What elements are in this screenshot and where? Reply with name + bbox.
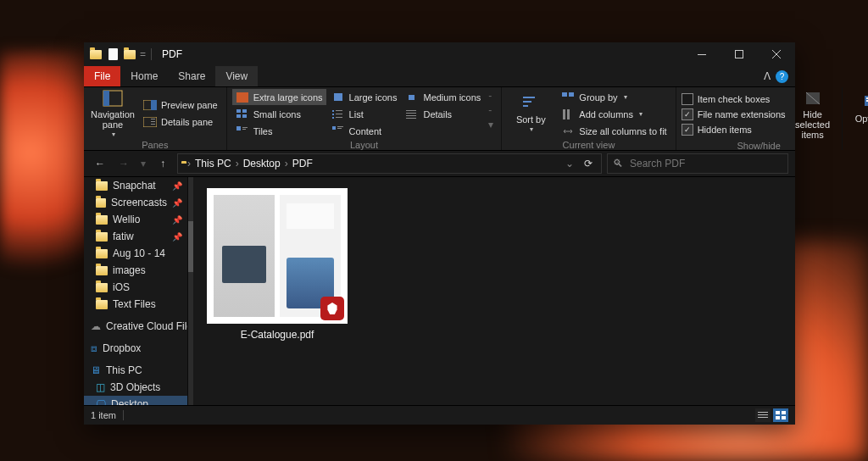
pin-icon: 📌: [172, 215, 182, 225]
add-columns-button[interactable]: Add columns▾: [558, 106, 670, 122]
close-button[interactable]: [758, 42, 795, 66]
window-title: PDF: [162, 48, 182, 60]
details-pane-button[interactable]: Details pane: [140, 114, 221, 131]
tab-file[interactable]: File: [84, 66, 120, 86]
folder-icon: [96, 215, 108, 225]
layout-extra-large[interactable]: Extra large icons: [232, 89, 326, 105]
crumb-this-pc[interactable]: This PC: [195, 158, 231, 169]
search-input[interactable]: [628, 157, 782, 170]
group-by-button[interactable]: Group by▾: [558, 89, 670, 105]
sort-by-button[interactable]: Sort by▾: [507, 89, 554, 139]
maximize-button[interactable]: [721, 42, 758, 66]
item-checkboxes-toggle[interactable]: Item check boxes: [682, 92, 786, 107]
group-label-layout: Layout: [232, 139, 497, 152]
chevron-down-icon[interactable]: ⌄: [565, 158, 574, 169]
file-extensions-toggle[interactable]: ✓File name extensions: [682, 108, 786, 122]
sidebar-item-this-pc[interactable]: 🖥This PC: [84, 362, 187, 379]
status-item-count: 1 item: [91, 410, 116, 420]
crumb-pdf[interactable]: PDF: [292, 158, 313, 169]
sidebar-item-textfiles[interactable]: Text Files: [84, 296, 187, 313]
sidebar-item-creative-cloud[interactable]: ☁Creative Cloud Files: [84, 318, 187, 335]
folder-icon: [123, 47, 136, 61]
hide-icon: [802, 89, 824, 108]
layout-content[interactable]: Content: [328, 123, 401, 139]
back-button[interactable]: ←: [91, 154, 109, 173]
refresh-button[interactable]: ⟳: [579, 154, 598, 173]
svg-rect-5: [151, 100, 157, 110]
sidebar-item-images[interactable]: images: [84, 262, 187, 279]
breadcrumb[interactable]: › This PC › Desktop › PDF ⌄ ⟳: [177, 153, 602, 174]
forward-button[interactable]: →: [114, 154, 133, 173]
pin-icon: 📌: [172, 198, 182, 208]
pdf-icon: [320, 297, 344, 320]
layout-details[interactable]: Details: [402, 106, 484, 122]
svg-rect-7: [151, 119, 155, 119]
details-icon: [405, 108, 419, 120]
hidden-items-toggle[interactable]: ✓Hidden items: [682, 123, 786, 137]
cloud-icon: ☁: [91, 320, 101, 332]
ribbon-collapse-icon[interactable]: ᐱ: [764, 70, 771, 82]
layout-small[interactable]: Small icons: [232, 106, 326, 122]
tab-share[interactable]: Share: [168, 66, 215, 86]
status-bar: 1 item: [84, 405, 795, 425]
svg-rect-0: [698, 54, 706, 55]
layout-large[interactable]: Large icons: [328, 89, 401, 105]
navigation-sidebar: Snapchat📌 Screencasts📌 Wellio📌 fatiw📌 Au…: [84, 177, 188, 405]
svg-rect-21: [332, 114, 334, 115]
sidebar-item-snapchat[interactable]: Snapchat📌: [84, 177, 187, 194]
svg-rect-23: [332, 117, 334, 119]
navigation-pane-icon: [102, 89, 124, 108]
svg-rect-25: [332, 126, 336, 130]
tab-home[interactable]: Home: [120, 66, 168, 86]
size-columns-button[interactable]: Size all columns to fit: [558, 123, 670, 139]
group-icon: [561, 92, 575, 103]
svg-rect-31: [406, 115, 416, 116]
svg-rect-12: [242, 109, 247, 113]
crumb-desktop[interactable]: Desktop: [243, 158, 281, 169]
layout-list[interactable]: List: [328, 106, 401, 122]
svg-rect-27: [337, 128, 342, 129]
explorer-window: = PDF File Home Share View ᐱ ? Navigatio…: [84, 42, 795, 425]
sidebar-item-screencasts[interactable]: Screencasts📌: [84, 194, 187, 211]
search-box[interactable]: 🔍︎: [607, 153, 788, 174]
layout-medium[interactable]: Medium icons: [402, 89, 484, 105]
navigation-pane-button[interactable]: Navigation pane▾: [89, 89, 136, 139]
preview-pane-button[interactable]: Preview pane: [140, 97, 221, 114]
layout-tiles[interactable]: Tiles: [232, 123, 326, 139]
view-icons-button[interactable]: [773, 408, 788, 422]
tab-view[interactable]: View: [215, 66, 258, 86]
svg-rect-24: [336, 117, 342, 118]
folder-icon: [96, 181, 108, 191]
sidebar-item-wellio[interactable]: Wellio📌: [84, 211, 187, 228]
pin-icon: 📌: [172, 232, 182, 242]
hide-selected-button[interactable]: Hide selected items: [789, 89, 837, 140]
computer-icon: 🖥: [91, 364, 101, 376]
options-button[interactable]: Options▾: [848, 89, 868, 137]
svg-rect-29: [406, 110, 416, 111]
ribbon: Navigation pane▾ Preview pane Details pa…: [84, 87, 795, 151]
checkbox-icon: [682, 93, 693, 105]
cube-icon: ◫: [96, 381, 105, 393]
sidebar-item-3d-objects[interactable]: ◫3D Objects: [84, 379, 187, 396]
svg-rect-49: [776, 416, 780, 419]
help-icon[interactable]: ?: [776, 70, 788, 83]
sidebar-item-dropbox[interactable]: ⧈Dropbox: [84, 340, 187, 357]
recent-dropdown[interactable]: ▾: [138, 154, 148, 173]
file-list[interactable]: E-Catalogue.pdf: [193, 177, 795, 405]
add-columns-icon: [561, 108, 575, 120]
svg-rect-30: [406, 113, 416, 114]
ribbon-tabs: File Home Share View ᐱ ?: [84, 66, 795, 87]
sidebar-item-fatiw[interactable]: fatiw📌: [84, 228, 187, 245]
file-item[interactable]: E-Catalogue.pdf: [202, 186, 353, 343]
svg-rect-50: [782, 416, 786, 419]
svg-rect-16: [242, 127, 248, 128]
svg-rect-13: [236, 114, 241, 118]
svg-rect-15: [236, 126, 241, 131]
up-button[interactable]: ↑: [153, 154, 172, 173]
preview-pane-icon: [143, 99, 157, 111]
sidebar-item-desktop[interactable]: 🖵Desktop: [84, 396, 187, 405]
sidebar-item-aug10[interactable]: Aug 10 - 14: [84, 245, 187, 262]
minimize-button[interactable]: [683, 42, 721, 66]
view-details-button[interactable]: [755, 408, 771, 422]
sidebar-item-ios[interactable]: iOS: [84, 279, 187, 296]
